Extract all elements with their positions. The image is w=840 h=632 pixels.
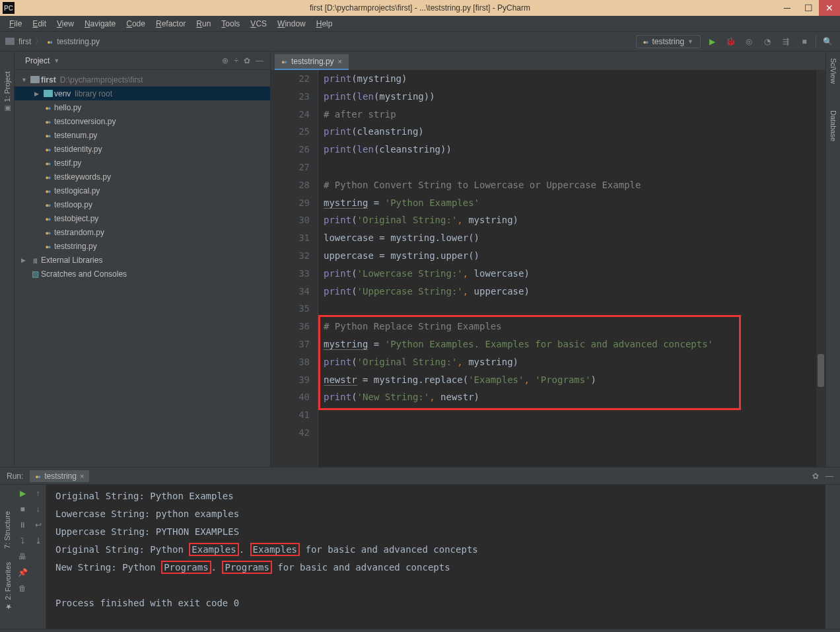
menu-help[interactable]: Help — [316, 19, 333, 28]
project-tool-button[interactable]: ▣ 1: Project — [3, 71, 11, 113]
pause-button[interactable]: ⏸ — [18, 520, 26, 530]
run-button[interactable]: ▶ — [705, 34, 719, 49]
navigation-bar: first 〉 teststring.py teststring ▼ ▶ 🐞 ◎… — [0, 32, 840, 52]
python-icon — [47, 37, 53, 46]
code-body[interactable]: print(mystring)print(len(mystring))# aft… — [318, 70, 816, 467]
tree-item[interactable]: testenum.py — [15, 128, 270, 142]
menu-view[interactable]: View — [57, 19, 74, 28]
hide-icon[interactable]: — — [256, 56, 263, 65]
maximize-button[interactable]: ☐ — [798, 0, 819, 16]
scroll-button[interactable]: ⤓ — [35, 536, 42, 545]
menu-code[interactable]: Code — [126, 19, 145, 28]
menu-navigate[interactable]: Navigate — [85, 19, 116, 28]
line-gutter: 2223242526272829303132333435363738394041… — [271, 70, 318, 467]
tree-item[interactable]: ▧Scratches and Consoles — [15, 267, 270, 281]
run-config-selector[interactable]: teststring ▼ — [636, 35, 701, 48]
settings-icon[interactable]: ✿ — [244, 56, 250, 65]
hide-icon[interactable]: — — [825, 472, 833, 481]
run-panel: Run: teststring × ✿ — 7: Structure ★ 2: … — [0, 467, 840, 629]
menu-refactor[interactable]: Refactor — [156, 19, 186, 28]
pin-button[interactable]: 📌 — [18, 568, 28, 577]
close-button[interactable]: ✕ — [819, 0, 840, 16]
locate-icon[interactable]: ⊕ — [222, 56, 228, 65]
tree-item[interactable]: testobject.py — [15, 211, 270, 225]
tree-item[interactable]: testloop.py — [15, 197, 270, 211]
folder-icon — [5, 38, 15, 45]
structure-tool-button[interactable]: 7: Structure — [3, 511, 11, 549]
menu-run[interactable]: Run — [196, 19, 211, 28]
profile-button[interactable]: ◔ — [760, 34, 775, 49]
down-button[interactable]: ↓ — [36, 505, 40, 514]
breadcrumb-root[interactable]: first — [18, 37, 31, 46]
tree-item[interactable]: testlogical.py — [15, 184, 270, 197]
close-icon[interactable]: × — [338, 57, 342, 65]
tab-label: teststring.py — [291, 57, 334, 66]
python-icon — [281, 57, 287, 66]
tree-item[interactable]: ▶⫼External Libraries — [15, 253, 270, 267]
tree-item[interactable]: testrandom.py — [15, 225, 270, 239]
collapse-icon[interactable]: ÷ — [234, 56, 238, 65]
panel-title[interactable]: Project — [25, 56, 50, 65]
search-everywhere-button[interactable]: 🔍 — [820, 34, 835, 49]
tool-window-bar: ▶ 4: Run ≡ 6: TODO ▣ Terminal ❖ Python C… — [0, 629, 840, 632]
editor-tabs: teststring.py × — [271, 52, 825, 70]
menu-file[interactable]: File — [9, 19, 22, 28]
menu-bar: FileEditViewNavigateCodeRefactorRunTools… — [0, 16, 840, 32]
stop-button[interactable]: ■ — [20, 505, 24, 514]
tree-item[interactable]: teststring.py — [15, 239, 270, 253]
breadcrumb-sep: 〉 — [35, 36, 43, 47]
up-button[interactable]: ↑ — [36, 489, 40, 498]
tree-item[interactable]: hello.py — [15, 100, 270, 114]
right-tool-gutter: SciView Database — [825, 52, 840, 467]
softwrap-button[interactable]: ↩ — [35, 520, 42, 530]
run-controls-primary: ▶ ■ ⏸ ⤵ 🖶 📌 🗑 — [15, 485, 30, 629]
bottom-left-tool-gutter: 7: Structure ★ 2: Favorites — [0, 485, 15, 629]
chevron-down-icon[interactable]: ▼ — [53, 57, 59, 64]
run-config-name: teststring — [652, 37, 684, 46]
python-icon — [35, 472, 41, 481]
project-panel: Project ▼ ⊕ ÷ ✿ — ▼firstD:\pycharmprojec… — [15, 52, 271, 467]
tree-item[interactable]: testconversion.py — [15, 114, 270, 128]
rerun-button[interactable]: ▶ — [20, 489, 26, 498]
chevron-down-icon: ▼ — [687, 38, 693, 45]
python-icon — [643, 37, 649, 46]
app-icon: PC — [3, 2, 15, 14]
trash-button[interactable]: 🗑 — [18, 584, 26, 593]
left-tool-gutter: ▣ 1: Project — [0, 52, 15, 467]
exit-button[interactable]: ⤵ — [20, 536, 24, 545]
code-editor[interactable]: 2223242526272829303132333435363738394041… — [271, 70, 825, 467]
breadcrumb[interactable]: first 〉 teststring.py — [5, 36, 100, 47]
menu-edit[interactable]: Edit — [32, 19, 46, 28]
tree-item[interactable]: ▶venvlibrary root — [15, 87, 270, 100]
window-title: first [D:\pycharmprojects\first] - ...\t… — [310, 3, 530, 13]
console-output[interactable]: Original String: Python ExamplesLowercas… — [46, 485, 825, 629]
editor-scrollbar[interactable] — [816, 70, 825, 467]
editor-area: teststring.py × 222324252627282930313233… — [271, 52, 825, 467]
sciview-tool-button[interactable]: SciView — [829, 58, 837, 84]
database-tool-button[interactable]: Database — [829, 110, 837, 141]
run-tab-label: teststring — [44, 472, 77, 481]
run-tab[interactable]: teststring × — [30, 470, 89, 482]
project-tree[interactable]: ▼firstD:\pycharmprojects\first▶venvlibra… — [15, 70, 270, 467]
settings-icon[interactable]: ✿ — [812, 472, 819, 481]
run-panel-label: Run: — [7, 472, 23, 481]
tree-item[interactable]: testif.py — [15, 156, 270, 170]
print-button[interactable]: 🖶 — [18, 552, 26, 561]
debug-button[interactable]: 🐞 — [723, 34, 738, 49]
title-bar: PC first [D:\pycharmprojects\first] - ..… — [0, 0, 840, 16]
tree-item[interactable]: ▼firstD:\pycharmprojects\first — [15, 73, 270, 87]
breadcrumb-file[interactable]: teststring.py — [57, 37, 100, 46]
minimize-button[interactable]: ─ — [777, 0, 798, 16]
run-controls-secondary: ↑ ↓ ↩ ⤓ — [30, 485, 46, 629]
tree-item[interactable]: testidentity.py — [15, 142, 270, 156]
menu-tools[interactable]: Tools — [221, 19, 240, 28]
tree-item[interactable]: testkeywords.py — [15, 170, 270, 184]
close-icon[interactable]: × — [80, 472, 84, 480]
concurrency-button[interactable]: ⇶ — [779, 34, 793, 49]
stop-button[interactable]: ■ — [797, 34, 812, 49]
menu-vcs[interactable]: VCS — [250, 19, 267, 28]
coverage-button[interactable]: ◎ — [742, 34, 756, 49]
editor-tab[interactable]: teststring.py × — [275, 54, 349, 70]
menu-window[interactable]: Window — [277, 19, 306, 28]
favorites-tool-button[interactable]: ★ 2: Favorites — [3, 562, 12, 611]
